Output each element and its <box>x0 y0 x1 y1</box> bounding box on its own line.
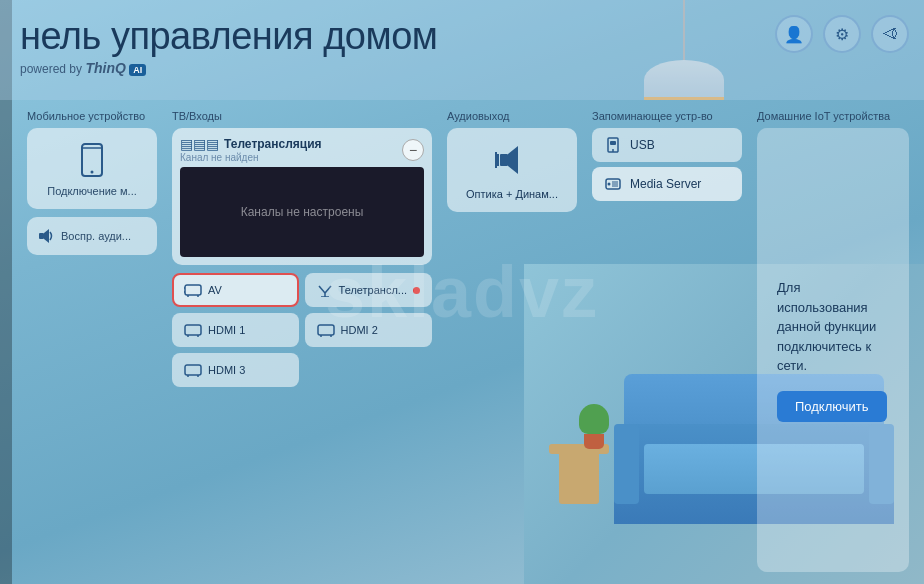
svg-marker-4 <box>44 229 49 243</box>
main-content: Мобильное устройство Подключение м... Во… <box>12 100 924 584</box>
audio-play-card[interactable]: Воспр. ауди... <box>27 217 157 255</box>
tv-preview-info: ▤▤▤ Телетрансляция Канал не найден <box>180 136 322 163</box>
input-buttons-grid: AV Телетрансл... HDM <box>172 273 432 387</box>
tv-preview-title: Телетрансляция <box>224 137 322 151</box>
svg-line-12 <box>319 286 325 293</box>
header-subtitle: powered by ThinQ AI <box>20 60 904 76</box>
header: нель управления домом powered by ThinQ A… <box>0 0 924 100</box>
iot-message: Для использования данной функции подключ… <box>777 278 889 376</box>
tv-preview-screen: Каналы не настроены <box>180 167 424 257</box>
tv-preview-subtitle: Канал не найден <box>180 152 322 163</box>
audio-section-label: Аудиовыход <box>447 110 577 122</box>
av-label: AV <box>208 284 222 296</box>
telecast-label: Телетрансл... <box>339 284 407 296</box>
svg-rect-26 <box>610 141 616 145</box>
speaker-small-icon <box>37 227 55 245</box>
tv-section-label: ТВ/Входы <box>172 110 432 122</box>
hdmi2-input-button[interactable]: HDMI 2 <box>305 313 432 347</box>
svg-marker-24 <box>508 146 518 174</box>
user-icon: 👤 <box>784 25 804 44</box>
audio-row: Воспр. ауди... <box>37 227 131 245</box>
svg-rect-23 <box>500 154 508 166</box>
mobile-connect-card[interactable]: Подключение м... <box>27 128 157 209</box>
mobile-icon <box>72 140 112 180</box>
storage-column: Запоминающее устр-во USB Media Server <box>592 110 742 574</box>
user-icon-button[interactable]: 👤 <box>775 15 813 53</box>
av-input-button[interactable]: AV <box>172 273 299 307</box>
media-server-button[interactable]: Media Server <box>592 167 742 201</box>
svg-rect-14 <box>185 325 201 335</box>
hdmi2-icon <box>317 323 335 337</box>
mobile-section-label: Мобильное устройство <box>27 110 157 122</box>
mobile-card-label: Подключение м... <box>47 185 137 197</box>
hdmi1-input-button[interactable]: HDMI 1 <box>172 313 299 347</box>
audio-output-card[interactable]: Оптика + Динам... <box>447 128 577 212</box>
speaker-icon <box>492 140 532 180</box>
av-icon <box>184 283 202 297</box>
connect-button[interactable]: Подключить <box>777 391 887 422</box>
hdmi2-label: HDMI 2 <box>341 324 378 336</box>
tv-preview-card: ▤▤▤ Телетрансляция Канал не найден − Кан… <box>172 128 432 265</box>
power-icon-button[interactable]: ⏿ <box>871 15 909 53</box>
audio-output-label: Оптика + Динам... <box>466 188 558 200</box>
hdmi3-icon <box>184 363 202 377</box>
svg-rect-5 <box>185 285 201 295</box>
ai-badge: AI <box>129 64 146 76</box>
tv-column: ТВ/Входы ▤▤▤ Телетрансляция Канал не най… <box>172 110 432 574</box>
active-dot <box>413 287 420 294</box>
iot-card: Для использования данной функции подключ… <box>757 128 909 572</box>
hdmi3-label: HDMI 3 <box>208 364 245 376</box>
hdmi3-input-button[interactable]: HDMI 3 <box>172 353 299 387</box>
audio-card-label: Воспр. ауди... <box>61 230 131 242</box>
page-title: нель управления домом <box>20 15 904 58</box>
power-icon: ⏿ <box>882 25 898 43</box>
header-icons: 👤 ⚙ ⏿ <box>775 15 909 53</box>
svg-rect-3 <box>39 233 44 239</box>
audio-column: Аудиовыход Оптика + Динам... <box>447 110 577 574</box>
svg-point-1 <box>91 171 94 174</box>
usb-label: USB <box>630 138 655 152</box>
usb-icon <box>604 136 622 154</box>
antenna-icon <box>317 283 333 297</box>
hdmi1-label: HDMI 1 <box>208 324 245 336</box>
brand-name: ThinQ <box>85 60 125 76</box>
usb-storage-button[interactable]: USB <box>592 128 742 162</box>
tv-minus-button[interactable]: − <box>402 139 424 161</box>
mobile-column: Мобильное устройство Подключение м... Во… <box>27 110 157 574</box>
signal-icon: ▤▤▤ <box>180 136 219 152</box>
tv-preview-header: ▤▤▤ Телетрансляция Канал не найден − <box>180 136 424 163</box>
settings-icon: ⚙ <box>835 25 849 44</box>
svg-line-13 <box>325 286 331 293</box>
iot-column: Домашние IoT устройства Для использовани… <box>757 110 909 574</box>
svg-rect-20 <box>185 365 201 375</box>
hdmi1-icon <box>184 323 202 337</box>
media-server-icon <box>604 175 622 193</box>
media-server-label: Media Server <box>630 177 701 191</box>
subtitle-prefix: powered by <box>20 62 82 76</box>
svg-rect-17 <box>318 325 334 335</box>
settings-icon-button[interactable]: ⚙ <box>823 15 861 53</box>
storage-section-label: Запоминающее устр-во <box>592 110 742 122</box>
telecast-input-button[interactable]: Телетрансл... <box>305 273 432 307</box>
iot-section-label: Домашние IoT устройства <box>757 110 909 122</box>
svg-point-29 <box>608 183 611 186</box>
screen-message: Каналы не настроены <box>241 205 364 219</box>
